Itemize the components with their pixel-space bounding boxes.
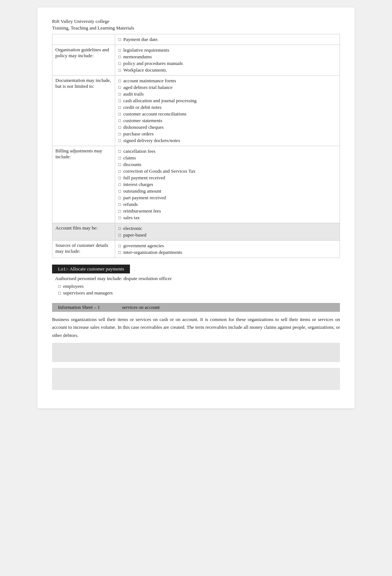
- list-item-text: interest charges: [123, 182, 153, 187]
- bullet-icon: ◻: [118, 176, 121, 180]
- info-bar-left: Information Sheet – 1: [58, 304, 100, 310]
- list-item: ◻customer account reconciliations: [118, 111, 337, 117]
- list-item: ◻cancellation fees: [118, 148, 337, 155]
- bullet-icon: ◻: [118, 132, 121, 136]
- university-name: Rift Valley University college: [52, 18, 340, 24]
- list-item-text: outstanding amount: [123, 188, 161, 194]
- bullet-icon: ◻: [118, 202, 121, 206]
- bullet-icon: ◻: [118, 250, 121, 254]
- bullet-icon: ◻: [118, 149, 121, 153]
- bullet-icon: ◻: [118, 244, 121, 248]
- list-item: ◻outstanding amount: [118, 188, 337, 194]
- list-item-text: electronic: [123, 225, 142, 231]
- list-item: ◻Payment due date.: [118, 36, 337, 43]
- table-content-cell: ◻cancellation fees◻claims◻discounts◻corr…: [115, 146, 340, 223]
- bullet-icon: ◻: [118, 162, 121, 166]
- bullet-icon: ◻: [118, 37, 121, 41]
- list-item-text: inter-organization departments: [123, 249, 182, 255]
- bullet-icon: ◻: [118, 118, 121, 123]
- bullet-icon: ◻: [118, 215, 121, 220]
- list-item-text: purchase orders: [123, 131, 154, 137]
- bullet-icon: ◻: [118, 138, 121, 142]
- table-row: Organisation guidelines and policy may i…: [52, 45, 340, 76]
- main-table: ◻Payment due date.Organisation guideline…: [52, 34, 340, 258]
- bullet-icon: ◻: [118, 196, 121, 200]
- list-item-text: reimbursement fees: [123, 208, 161, 214]
- bullet-icon: ◻: [118, 112, 121, 116]
- list-item-text: credit or debit notes: [123, 104, 162, 110]
- table-row: ◻Payment due date.: [52, 34, 340, 45]
- bullet-icon: ◻: [118, 233, 121, 237]
- info-bar-right: services on account: [122, 304, 160, 310]
- list-item: ◻legislative requirements: [118, 47, 337, 54]
- lo-sub-list: ◻employees◻supervisors and managers: [58, 283, 340, 296]
- table-label-cell: Account files may be:: [52, 223, 115, 241]
- list-item: ◻refunds: [118, 201, 337, 208]
- bullet-icon: ◻: [58, 284, 61, 288]
- list-item-text: dishonoured cheques: [123, 124, 164, 130]
- list-item: ◻audit trails: [118, 91, 337, 97]
- table-content-cell: ◻account maintenance forms◻aged debtors …: [115, 76, 340, 146]
- lo-bar: Lo1:- Allocate customer payments: [52, 265, 130, 273]
- info-text-paragraph: Business organizations sell their items …: [52, 315, 340, 339]
- list-item-text: cancellation fees: [123, 148, 155, 154]
- list-item: ◻full payment received: [118, 175, 337, 181]
- list-item-text: Workplace documents.: [123, 67, 167, 73]
- bullet-icon: ◻: [118, 68, 121, 72]
- list-item: ◻part payment received: [118, 194, 337, 201]
- bullet-icon: ◻: [118, 85, 121, 89]
- list-item-text: memorandums: [123, 54, 152, 60]
- lo-list-item-text: employees: [63, 283, 84, 289]
- list-item: ◻inter-organization departments: [118, 249, 337, 256]
- list-item: ◻signed delivery dockets/notes: [118, 137, 337, 144]
- redacted-block-2: [52, 368, 340, 390]
- list-item-text: signed delivery dockets/notes: [123, 138, 180, 144]
- list-item: ◻sales tax: [118, 214, 337, 221]
- table-content-cell: ◻legislative requirements◻memorandums◻po…: [115, 45, 340, 76]
- list-item-text: aged debtors trial balance: [123, 84, 172, 90]
- list-item-text: correction of Goods and Services Tax: [123, 168, 196, 174]
- list-item: ◻interest charges: [118, 181, 337, 188]
- list-item: ◻correction of Goods and Services Tax: [118, 168, 337, 175]
- bullet-icon: ◻: [118, 92, 121, 96]
- bullet-icon: ◻: [118, 48, 121, 52]
- list-item-text: discounts: [123, 162, 141, 168]
- list-item: ◻discounts: [118, 161, 337, 168]
- table-row: Account files may be:◻electronic◻paper-b…: [52, 223, 340, 241]
- bullet-icon: ◻: [118, 61, 121, 65]
- list-item-text: Payment due date.: [123, 37, 159, 42]
- lo-section: Lo1:- Allocate customer payments Authori…: [52, 265, 340, 296]
- list-item: ◻dishonoured cheques: [118, 124, 337, 131]
- table-content-cell: ◻electronic◻paper-based: [115, 223, 340, 241]
- list-item: ◻account maintenance forms: [118, 77, 337, 84]
- table-label-cell: Billing adjustments may include:: [52, 146, 115, 223]
- bullet-icon: ◻: [118, 209, 121, 213]
- bullet-icon: ◻: [118, 226, 121, 230]
- bullet-icon: ◻: [58, 291, 61, 295]
- list-item-text: part payment received: [123, 195, 166, 201]
- table-label-cell: Organisation guidelines and policy may i…: [52, 45, 115, 76]
- list-item-text: policy and procedures manuals: [123, 61, 183, 66]
- table-label-cell: [52, 34, 115, 45]
- redacted-block-1: [52, 343, 340, 362]
- info-bar: Information Sheet – 1 services on accoun…: [52, 303, 340, 312]
- list-item: ◻claims: [118, 155, 337, 161]
- list-item: ◻policy and procedures manuals: [118, 60, 337, 67]
- list-item-text: legislative requirements: [123, 47, 169, 53]
- list-item: ◻reimbursement fees: [118, 208, 337, 214]
- table-row: Billing adjustments may include:◻cancell…: [52, 146, 340, 223]
- lo-list-item: ◻supervisors and managers: [58, 290, 340, 296]
- bullet-icon: ◻: [118, 189, 121, 193]
- table-label-cell: Documentation may include, but is not li…: [52, 76, 115, 146]
- list-item-text: paper-based: [123, 232, 147, 238]
- bullet-icon: ◻: [118, 79, 121, 83]
- list-item-text: sales tax: [123, 215, 140, 221]
- list-item: ◻aged debtors trial balance: [118, 84, 337, 91]
- subtitle: Training, Teaching and Learning Material…: [52, 25, 340, 31]
- list-item: ◻credit or debit notes: [118, 104, 337, 111]
- bullet-icon: ◻: [118, 55, 121, 59]
- list-item-text: claims: [123, 155, 136, 161]
- list-item-text: account maintenance forms: [123, 78, 176, 84]
- list-item-text: audit trails: [123, 91, 144, 97]
- lo-list-item-text: supervisors and managers: [63, 290, 113, 296]
